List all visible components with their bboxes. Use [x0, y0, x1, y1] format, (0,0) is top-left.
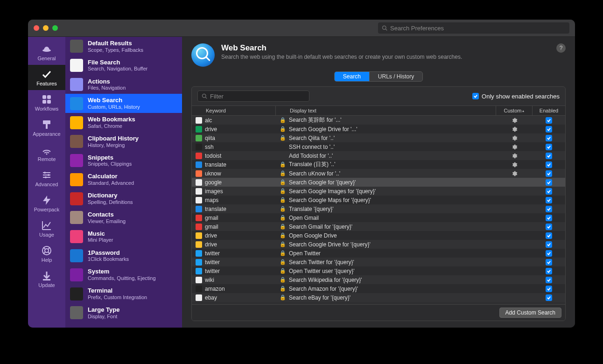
feature-item-web-bookmarks[interactable]: Web Bookmarks Safari, Chrome	[65, 113, 182, 132]
lock-icon: 🔒	[280, 197, 286, 203]
sidebar-item-remote[interactable]: Remote	[28, 140, 65, 166]
table-row[interactable]: todoist Add Todoist for '..'	[192, 151, 565, 160]
cell-keyword: google	[192, 179, 276, 186]
sidebar-item-advanced[interactable]: Advanced	[28, 166, 65, 191]
cell-enabled[interactable]	[533, 250, 565, 257]
cell-enabled[interactable]	[533, 188, 565, 195]
checkbox-icon	[546, 117, 552, 124]
feature-title: Default Results	[88, 40, 143, 47]
display-text: Search Google Drive for '{query}'	[289, 241, 371, 248]
only-enabled-toggle[interactable]: Only show enabled searches	[472, 93, 560, 100]
feature-item-file-search[interactable]: File Search Search, Navigation, Buffer	[65, 56, 182, 75]
feature-item-terminal[interactable]: Terminal Prefix, Custom Integration	[65, 284, 182, 303]
feature-item-clipboard-history[interactable]: Clipboard History History, Merging	[65, 132, 182, 151]
cell-enabled[interactable]	[533, 135, 565, 141]
table-row[interactable]: drive 🔒 Search Google Drive for '...'	[192, 125, 565, 133]
table-row[interactable]: translate 🔒 Translate '{query}'	[192, 204, 565, 213]
feature-item-calculator[interactable]: Calculator Standard, Advanced	[65, 170, 182, 189]
cell-enabled[interactable]	[533, 153, 565, 159]
add-custom-search-button[interactable]: Add Custom Search	[499, 308, 561, 318]
close-button[interactable]	[34, 25, 39, 31]
display-text: SSH connect to '..'	[289, 144, 335, 150]
feature-item-contacts[interactable]: Contacts Viewer, Emailing	[65, 208, 182, 227]
sidebar-item-label: Powerpack	[34, 207, 59, 212]
feature-subtitle: History, Merging	[88, 142, 139, 148]
cell-enabled[interactable]	[533, 126, 565, 133]
tab-segment: SearchURLs / History	[334, 71, 423, 82]
table-row[interactable]: uknow 🔒 Search uKnow for '..'	[192, 169, 565, 178]
table-row[interactable]: ebay 🔒 Search eBay for '{query}'	[192, 293, 565, 302]
filter-input[interactable]: Filter	[197, 91, 309, 102]
tab-search[interactable]: Search	[335, 72, 369, 81]
favicon-icon	[196, 135, 202, 141]
table-row[interactable]: gmail 🔒 Search Gmail for '{query}'	[192, 222, 565, 231]
cell-enabled[interactable]	[533, 232, 565, 239]
cell-enabled[interactable]	[533, 170, 565, 177]
sidebar-item-general[interactable]: General	[28, 40, 65, 65]
search-preferences-input[interactable]: Search Preferences	[378, 22, 569, 34]
table-row[interactable]: qiita 🔒 Search Qiita for '..'	[192, 133, 565, 142]
column-keyword[interactable]: Keyword	[192, 106, 276, 115]
cell-enabled[interactable]	[533, 179, 565, 186]
table-row[interactable]: google 🔒 Search Google for '{query}'	[192, 178, 565, 187]
cell-enabled[interactable]	[533, 259, 565, 266]
table-row[interactable]: drive 🔒 Open Google Drive	[192, 231, 565, 240]
feature-item-large-type[interactable]: Large Type Display, Font	[65, 303, 182, 322]
feature-item-actions[interactable]: Actions Files, Navigation	[65, 75, 182, 94]
cell-enabled[interactable]	[533, 197, 565, 203]
table-row[interactable]: maps 🔒 Search Google Maps for '{query}'	[192, 196, 565, 204]
svg-rect-5	[42, 100, 46, 104]
table-row[interactable]: wiki 🔒 Search Wikipedia for '{query}'	[192, 275, 565, 284]
tab-urls-history[interactable]: URLs / History	[369, 72, 422, 81]
cell-enabled[interactable]	[533, 268, 565, 274]
favicon-icon	[196, 153, 202, 159]
feature-item-system[interactable]: System Commands, Quitting, Ejecting	[65, 265, 182, 284]
sidebar-item-workflows[interactable]: Workflows	[28, 90, 65, 115]
cell-enabled[interactable]	[533, 161, 565, 168]
table-row[interactable]: alc 🔒 Search 英辞郎 for '...'	[192, 116, 565, 125]
sidebar-item-appearance[interactable]: Appearance	[28, 115, 65, 140]
cell-display: 🔒 Search Google Maps for '{query}'	[276, 197, 496, 203]
cell-display: 🔒 Search Gmail for '{query}'	[276, 224, 496, 230]
table-row[interactable]: gmail 🔒 Open Gmail	[192, 213, 565, 222]
sidebar-item-help[interactable]: Help	[28, 241, 65, 266]
table-row[interactable]: twitter 🔒 Search Twitter for '{query}'	[192, 258, 565, 266]
table-row[interactable]: ssh SSH connect to '..'	[192, 142, 565, 151]
table-row[interactable]: images 🔒 Search Google Images for '{quer…	[192, 187, 565, 196]
minimize-button[interactable]	[43, 25, 49, 31]
cell-enabled[interactable]	[533, 206, 565, 212]
favicon-icon	[196, 117, 202, 124]
column-custom[interactable]: Custom▴	[496, 106, 533, 115]
cell-enabled[interactable]	[533, 215, 565, 221]
cell-enabled[interactable]	[533, 286, 565, 292]
cell-enabled[interactable]	[533, 277, 565, 283]
sidebar-item-usage[interactable]: Usage	[28, 216, 65, 241]
feature-item-music[interactable]: Music Mini Player	[65, 227, 182, 246]
sidebar-item-label: Advanced	[35, 182, 58, 187]
cell-enabled[interactable]	[533, 224, 565, 230]
feature-item-default-results[interactable]: Default Results Scope, Types, Fallbacks	[65, 37, 182, 56]
table-row[interactable]: twitter 🔒 Open Twitter	[192, 249, 565, 258]
table-row[interactable]: translate 🔒 Translate (日英) '..'	[192, 160, 565, 169]
cell-enabled[interactable]	[533, 117, 565, 124]
feature-item-snippets[interactable]: Snippets Snippets, Clippings	[65, 151, 182, 170]
feature-item-dictionary[interactable]: Dictionary Spelling, Definitions	[65, 189, 182, 208]
table-row[interactable]: drive 🔒 Search Google Drive for '{query}…	[192, 240, 565, 249]
sidebar-item-powerpack[interactable]: Powerpack	[28, 191, 65, 216]
cell-keyword: drive	[192, 126, 276, 133]
help-button[interactable]: ?	[556, 43, 566, 53]
column-enabled[interactable]: Enabled	[533, 106, 565, 115]
cell-enabled[interactable]	[533, 294, 565, 301]
feature-subtitle: Mini Player	[88, 237, 113, 243]
feature-item-1password[interactable]: 1Password 1Click Bookmarks	[65, 246, 182, 266]
zoom-button[interactable]	[52, 25, 58, 31]
table-row[interactable]: amazon 🔒 Search Amazon for '{query}'	[192, 284, 565, 293]
column-display[interactable]: Display text	[276, 106, 496, 115]
sidebar-item-update[interactable]: Update	[28, 266, 65, 292]
table-row[interactable]: twitter 🔒 Open Twitter user '{query}'	[192, 266, 565, 275]
cell-enabled[interactable]	[533, 144, 565, 150]
sidebar-item-features[interactable]: Features	[28, 65, 65, 90]
cell-enabled[interactable]	[533, 241, 565, 248]
lock-icon: 🔒	[280, 126, 286, 132]
feature-item-web-search[interactable]: Web Search Custom, URLs, History	[65, 94, 182, 113]
